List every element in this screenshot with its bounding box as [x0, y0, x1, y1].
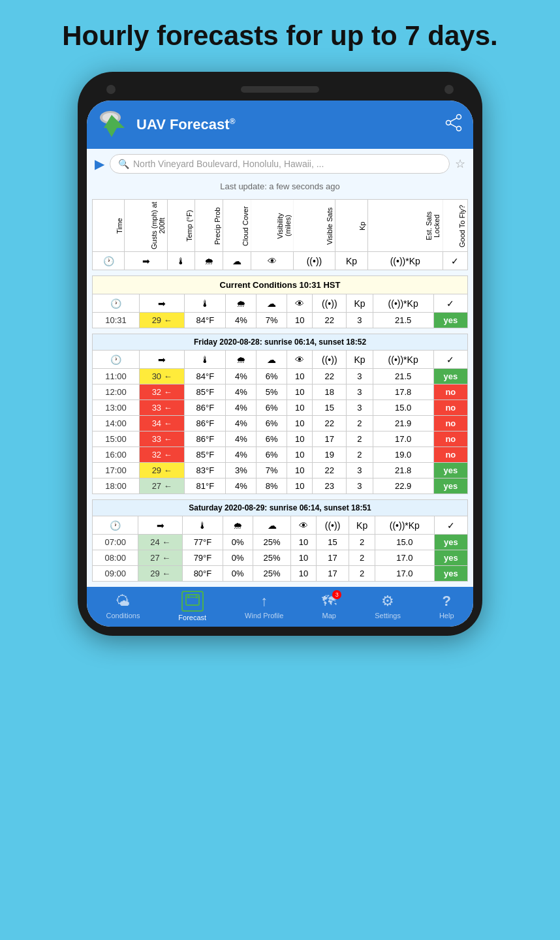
hero-text: Hourly forecasts for up to 7 days. — [36, 20, 524, 52]
bottom-nav: 🌤 Conditions Forecast ↑ Wind Profile — [87, 587, 473, 627]
icon-wind: ➡ — [125, 252, 167, 270]
icon-good-to-fly: ✓ — [443, 252, 467, 270]
table-row: 17:0029 ←83°F3%7%1022321.8yes — [93, 463, 468, 478]
col-gusts: Gusts (mph) at 200ft — [125, 200, 167, 252]
column-icons-row: 🕐 ➡ 🌡 🌧 ☁ 👁 ((•)) Kp ((•))*Kp ✓ — [93, 252, 468, 270]
nav-settings-label: Settings — [375, 612, 401, 619]
nav-forecast-label: Forecast — [178, 614, 206, 621]
svg-rect-10 — [188, 595, 189, 599]
saturday-table: Saturday 2020-08-29: sunrise 06:14, suns… — [92, 499, 468, 582]
settings-icon: ⚙ — [381, 593, 394, 610]
help-icon: ? — [442, 593, 450, 610]
svg-point-5 — [446, 121, 451, 125]
current-icon-row: 🕐➡🌡🌧☁👁((•))Kp((•))*Kp✓ — [93, 294, 468, 313]
current-conditions-header: Current Conditions 10:31 HST — [93, 276, 468, 294]
nav-help-label: Help — [439, 612, 454, 619]
phone-speaker — [241, 86, 319, 93]
column-headers-row: Time Gusts (mph) at 200ft Temp (°F) Prec… — [93, 200, 468, 252]
table-row: 11:0030 ←84°F4%6%1022321.5yes — [93, 369, 468, 384]
icon-est-sats: ((•))*Kp — [367, 252, 443, 270]
icon-kp: Kp — [335, 252, 368, 270]
app-title: UAV Forecast® — [136, 116, 235, 133]
icon-precip: 🌧 — [195, 252, 223, 270]
col-good-to-fly: Good To Fly? — [443, 200, 467, 252]
table-row: 07:0024 ←77°F0%25%1015215.0yes — [93, 535, 468, 550]
wind-profile-icon: ↑ — [260, 593, 268, 610]
app-logo — [97, 108, 130, 141]
share-icon[interactable] — [444, 114, 463, 136]
front-camera-left — [106, 85, 116, 94]
nav-forecast[interactable]: Forecast — [178, 591, 206, 621]
nav-map[interactable]: 🗺 3 Map — [322, 593, 336, 619]
search-location-text: North Vineyard Boulevard, Honolulu, Hawa… — [133, 159, 324, 169]
friday-icon-row: 🕐➡🌡🌧☁👁((•))Kp((•))*Kp✓ — [93, 351, 468, 369]
location-icon[interactable]: ▶ — [95, 156, 104, 172]
table-row: 14:0034 ←86°F4%6%1022221.9no — [93, 416, 468, 431]
icon-sats: ((•)) — [293, 252, 335, 270]
svg-rect-11 — [196, 595, 197, 599]
svg-point-3 — [457, 115, 461, 119]
table-row: 09:0029 ←80°F0%25%1017217.0yes — [93, 566, 468, 582]
front-camera-right — [444, 85, 454, 94]
nav-settings[interactable]: ⚙ Settings — [375, 593, 401, 619]
col-temp: Temp (°F) — [167, 200, 195, 252]
last-update-text: Last update: a few seconds ago — [87, 179, 473, 194]
friday-header: Friday 2020-08-28: sunrise 06:14, sunset… — [93, 334, 468, 351]
icon-visibility: 👁 — [251, 252, 293, 270]
table-row: 12:0032 ←85°F4%5%1018317.8no — [93, 384, 468, 400]
icon-time: 🕐 — [93, 252, 125, 270]
table-row: 15:0033 ←86°F4%6%1017217.0no — [93, 431, 468, 447]
forecast-header-table: Time Gusts (mph) at 200ft Temp (°F) Prec… — [92, 199, 468, 270]
svg-line-7 — [450, 124, 457, 127]
app-header-left: UAV Forecast® — [97, 108, 235, 141]
current-conditions-table: Current Conditions 10:31 HST 🕐➡🌡🌧☁👁((•))… — [92, 275, 468, 328]
nav-map-label: Map — [322, 612, 336, 619]
map-icon: 🗺 3 — [322, 593, 336, 610]
friday-table: Friday 2020-08-28: sunrise 06:14, sunset… — [92, 334, 468, 494]
nav-conditions-label: Conditions — [106, 612, 140, 619]
saturday-header: Saturday 2020-08-29: sunrise 06:14, suns… — [93, 500, 468, 516]
col-est-sats: Est. Sats Locked — [367, 200, 443, 252]
map-badge: 3 — [332, 590, 341, 599]
current-data-row: 10:31 29 ← 84°F 4% 7% 10 22 3 21.5 yes — [93, 313, 468, 328]
forecast-content: Time Gusts (mph) at 200ft Temp (°F) Prec… — [87, 194, 473, 587]
col-kp: Kp — [335, 200, 368, 252]
search-box[interactable]: 🔍 North Vineyard Boulevard, Honolulu, Ha… — [110, 154, 450, 174]
col-time: Time — [93, 200, 125, 252]
nav-conditions[interactable]: 🌤 Conditions — [106, 593, 140, 619]
svg-point-4 — [457, 127, 461, 131]
col-precip: Precip Prob — [195, 200, 223, 252]
phone-screen: UAV Forecast® ▶ 🔍 North Vineyard Bouleva… — [87, 101, 473, 627]
icon-temp: 🌡 — [167, 252, 195, 270]
col-sats: Visible Sats — [293, 200, 335, 252]
icon-cloud: ☁ — [223, 252, 251, 270]
table-row: 16:0032 ←85°F4%6%1019219.0no — [93, 447, 468, 463]
nav-help[interactable]: ? Help — [439, 593, 454, 619]
forecast-icon — [181, 591, 204, 612]
table-row: 13:0033 ←86°F4%6%1015315.0no — [93, 400, 468, 416]
favorite-icon[interactable]: ☆ — [455, 157, 465, 171]
app-header: UAV Forecast® — [87, 101, 473, 149]
phone-notch — [87, 85, 473, 101]
phone-device: UAV Forecast® ▶ 🔍 North Vineyard Bouleva… — [78, 72, 482, 636]
nav-wind-profile[interactable]: ↑ Wind Profile — [245, 593, 283, 619]
nav-wind-label: Wind Profile — [245, 612, 283, 619]
saturday-icon-row: 🕐➡🌡🌧☁👁((•))Kp((•))*Kp✓ — [93, 516, 468, 535]
conditions-icon: 🌤 — [116, 593, 130, 610]
search-area: ▶ 🔍 North Vineyard Boulevard, Honolulu, … — [87, 149, 473, 179]
col-visibility: Visibility (miles) — [251, 200, 293, 252]
svg-line-6 — [450, 118, 457, 121]
table-row: 08:0027 ←79°F0%25%1017217.0yes — [93, 550, 468, 566]
search-icon: 🔍 — [118, 159, 129, 169]
col-cloud: Cloud Cover — [223, 200, 251, 252]
table-row: 18:0027 ←81°F4%8%1023322.9yes — [93, 478, 468, 494]
